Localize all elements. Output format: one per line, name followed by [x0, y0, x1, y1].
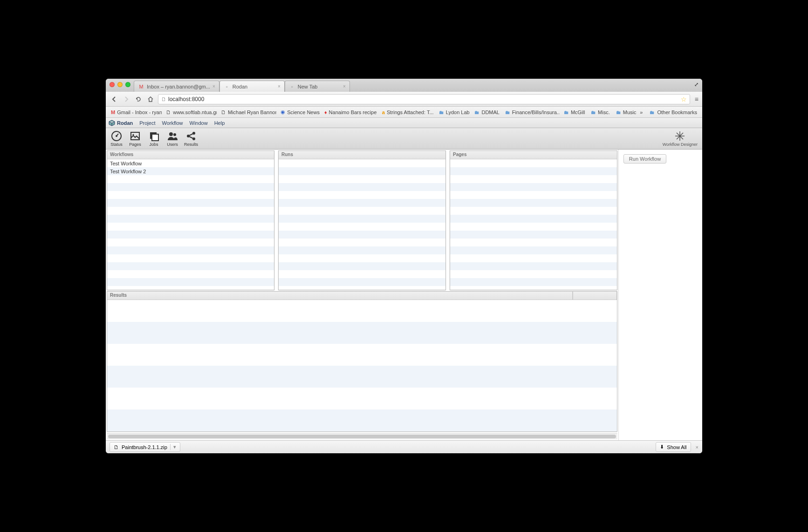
- list-item: [450, 175, 617, 183]
- toolbar-label: Workflow Designer: [663, 142, 698, 147]
- download-icon: ⬇: [660, 444, 664, 450]
- bookmark-item[interactable]: 🗋www.softlab.ntua.gr: [164, 108, 217, 116]
- bookmark-item[interactable]: 🖿Music: [614, 108, 638, 116]
- bookmark-star-icon[interactable]: ☆: [681, 95, 687, 103]
- folder-icon: 🖿: [649, 109, 655, 116]
- bookmark-item[interactable]: 🗋Michael Ryan Bannon: [219, 108, 276, 116]
- list-item: [107, 262, 274, 270]
- browser-tab-1[interactable]: ▫ Rodan ×: [219, 81, 285, 92]
- list-item[interactable]: Test Workflow: [107, 159, 274, 167]
- list-item: [450, 183, 617, 191]
- list-item: [450, 223, 617, 231]
- sidebar: Run Workflow: [618, 150, 702, 440]
- show-all-downloads-button[interactable]: ⬇ Show All: [656, 442, 691, 452]
- maximize-icon[interactable]: ⤢: [694, 82, 698, 88]
- close-icon[interactable]: ×: [212, 84, 215, 89]
- download-filename: Paintbrush-2.1.1.zip: [122, 444, 167, 450]
- toolbar-jobs[interactable]: Jobs: [145, 129, 163, 149]
- folder-icon: 🖿: [564, 109, 569, 116]
- list-item: [107, 270, 274, 278]
- bookmark-item[interactable]: 🖿Lydon Lab: [437, 108, 471, 116]
- menu-workflow[interactable]: Workflow: [162, 120, 183, 126]
- list-item[interactable]: Test Workflow 2: [107, 167, 274, 175]
- runs-panel: Runs: [278, 150, 446, 290]
- menu-project[interactable]: Project: [139, 120, 155, 126]
- svg-point-7: [173, 133, 176, 136]
- overflow-chevron[interactable]: »: [640, 109, 643, 115]
- results-list[interactable]: [107, 300, 617, 431]
- home-button[interactable]: [146, 95, 155, 104]
- app-brand[interactable]: Rodan: [109, 120, 133, 126]
- toolbar-users[interactable]: Users: [164, 129, 181, 149]
- gmail-icon: M: [138, 83, 144, 90]
- brand-label: Rodan: [117, 120, 133, 126]
- bookmark-label: Strings Attached: T...: [387, 109, 434, 115]
- list-item: [107, 344, 617, 366]
- close-window-button[interactable]: [110, 82, 115, 87]
- list-item: [279, 270, 445, 278]
- pages-list[interactable]: [450, 159, 617, 290]
- bookmark-label: Lydon Lab: [446, 109, 470, 115]
- close-icon[interactable]: ×: [278, 84, 281, 89]
- bookmark-item[interactable]: 🖿McGill: [561, 108, 587, 116]
- horizontal-scrollbar[interactable]: [107, 433, 617, 439]
- list-item: [450, 191, 617, 199]
- back-button[interactable]: [110, 95, 119, 104]
- run-workflow-button[interactable]: Run Workflow: [623, 154, 666, 164]
- stack-icon: [148, 130, 159, 142]
- bookmark-label: Nanaimo Bars recipe: [329, 109, 377, 115]
- list-item: [107, 246, 274, 254]
- download-chip[interactable]: 🗋 Paintbrush-2.1.1.zip ▾: [110, 442, 180, 452]
- bookmark-item[interactable]: MGmail - Inbox - ryan: [109, 108, 162, 116]
- bookmark-item[interactable]: aStrings Attached: T...: [380, 108, 435, 116]
- folder-icon: 🖿: [505, 109, 510, 116]
- list-item: [107, 199, 274, 207]
- bookmark-item[interactable]: ◉Science News: [278, 108, 320, 116]
- url-field[interactable]: 🗋 localhost:8000 ☆: [158, 94, 690, 104]
- bookmark-item[interactable]: 🖿Finance/Bills/Insura...: [503, 108, 560, 116]
- panel-header: Pages: [450, 151, 617, 159]
- list-item: [279, 239, 445, 246]
- toolbar-label: Users: [167, 142, 178, 147]
- bookmark-item[interactable]: 🖿DDMAL: [472, 108, 500, 116]
- chevron-down-icon[interactable]: ▾: [170, 444, 176, 450]
- amazon-icon: a: [382, 109, 385, 116]
- bookmark-item[interactable]: ♦Nanaimo Bars recipe: [322, 108, 378, 116]
- list-item: [450, 207, 617, 215]
- svg-point-1: [116, 135, 117, 137]
- close-icon[interactable]: ×: [696, 444, 698, 450]
- chrome-menu-icon[interactable]: ≡: [693, 95, 698, 103]
- bookmark-label: DDMAL: [481, 109, 500, 115]
- workflows-panel: Workflows Test WorkflowTest Workflow 2: [107, 150, 274, 290]
- browser-tab-2[interactable]: ▫ New Tab ×: [285, 81, 350, 92]
- image-icon: [130, 130, 141, 142]
- bookmark-item[interactable]: 🖿Misc.: [589, 108, 612, 116]
- toolbar-status[interactable]: Status: [108, 129, 125, 149]
- list-item: [279, 286, 445, 290]
- panel-header: Results: [107, 292, 573, 300]
- workflow-designer-button[interactable]: Workflow Designer: [663, 130, 700, 147]
- snowflake-icon: [674, 130, 685, 142]
- close-icon[interactable]: ×: [343, 84, 346, 89]
- url-text: localhost:8000: [168, 96, 204, 102]
- list-item: [107, 191, 274, 199]
- bookmark-label: Misc.: [598, 109, 610, 115]
- minimize-window-button[interactable]: [117, 82, 123, 87]
- workflows-list[interactable]: Test WorkflowTest Workflow 2: [107, 159, 274, 290]
- menu-help[interactable]: Help: [214, 120, 225, 126]
- list-item: [279, 191, 445, 199]
- toolbar-pages[interactable]: Pages: [126, 129, 144, 149]
- menu-window[interactable]: Window: [190, 120, 208, 126]
- show-all-label: Show All: [667, 444, 686, 450]
- url-bar: 🗋 localhost:8000 ☆ ≡: [106, 92, 702, 107]
- zoom-window-button[interactable]: [125, 82, 130, 87]
- results-row: Results: [107, 291, 617, 432]
- other-bookmarks[interactable]: 🖿Other Bookmarks: [646, 108, 699, 116]
- browser-tab-0[interactable]: M Inbox – ryan.bannon@gm... ×: [134, 81, 219, 92]
- toolbar-results[interactable]: Results: [182, 129, 200, 149]
- list-item: [107, 207, 274, 215]
- forward-button[interactable]: [122, 95, 131, 104]
- runs-list[interactable]: [279, 159, 445, 290]
- reload-button[interactable]: [134, 95, 143, 104]
- scrollbar-thumb[interactable]: [108, 435, 616, 438]
